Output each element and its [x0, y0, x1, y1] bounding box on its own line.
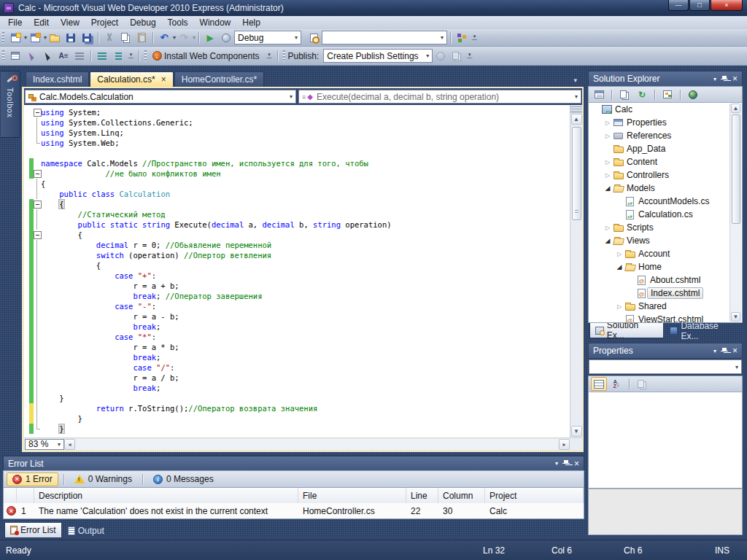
expander-collapsed-icon[interactable]: ▷ — [603, 225, 612, 231]
solution-configurations-combobox[interactable]: Debug ▾ — [234, 31, 301, 44]
menu-item-edit[interactable]: Edit — [28, 17, 55, 28]
column-header-line[interactable]: Line — [406, 488, 438, 503]
horizontal-scrollbar-track[interactable] — [76, 439, 558, 450]
publish-button[interactable] — [433, 49, 449, 63]
window-position-dropdown[interactable]: ▾ — [713, 76, 716, 82]
property-pages-button[interactable] — [634, 377, 650, 392]
members-combobox[interactable]: ≡ ◆ Execute(decimal a, decimal b, string… — [298, 90, 581, 104]
doc-tab-calculation-cs[interactable]: Calculation.cs*× — [90, 71, 173, 87]
column-header-column[interactable]: Column — [438, 488, 485, 503]
tree-item-calc[interactable]: Calc — [589, 103, 742, 116]
code-editor[interactable]: using System;using System.Collections.Ge… — [24, 105, 570, 438]
minimize-button[interactable]: — — [668, 0, 689, 11]
edit-publish-settings-button[interactable] — [449, 49, 465, 63]
publish-profile-combobox[interactable]: Create Publish Settings ▾ — [323, 49, 433, 63]
tree-item-calculation-cs[interactable]: Calculation.cs — [589, 208, 742, 221]
tree-item-properties[interactable]: ▷Properties — [589, 116, 742, 129]
tab-error-list[interactable]: Error List — [4, 523, 62, 538]
properties-title-bar[interactable]: Properties ▾ × — [588, 343, 743, 358]
splitter-handle[interactable] — [570, 105, 582, 113]
toolbar-overflow-button[interactable]: ▾— — [467, 53, 472, 59]
redo-button[interactable]: ↷ — [176, 31, 192, 45]
new-web-site-button[interactable] — [7, 31, 23, 45]
paste-button[interactable] — [133, 31, 150, 45]
tree-item-about-cshtml[interactable]: About.cshtml — [589, 273, 742, 287]
active-files-dropdown[interactable]: ▾ — [573, 77, 577, 84]
select-element-button[interactable] — [39, 49, 55, 63]
toolbar-grip[interactable] — [2, 32, 4, 43]
scrollbar-thumb[interactable] — [572, 127, 581, 220]
tree-item-views[interactable]: ◢Views — [589, 234, 742, 247]
view-designer-button[interactable] — [23, 49, 39, 63]
tree-item-models[interactable]: ◢Models — [589, 182, 742, 195]
alphabetical-button[interactable]: AZ↓ — [608, 377, 624, 392]
uncomment-lines-button[interactable] — [110, 49, 126, 63]
expander-expanded-icon[interactable]: ◢ — [603, 237, 612, 244]
menu-item-help[interactable]: Help — [236, 17, 266, 28]
error-row[interactable]: ×1The name 'Calculation' does not exist … — [3, 503, 584, 519]
window-position-dropdown[interactable]: ▾ — [555, 460, 558, 467]
maximize-button[interactable]: □ — [689, 0, 710, 11]
tree-vertical-scrollbar[interactable]: ▲ ▼ — [729, 104, 741, 322]
toolbar-grip[interactable] — [2, 50, 4, 61]
filter-1-error-button[interactable]: ×1 Error — [7, 472, 58, 486]
toolbar-overflow-button[interactable]: ▾— — [267, 53, 272, 59]
font-style-button[interactable]: A≡ — [55, 49, 71, 63]
expander-expanded-icon[interactable]: ◢ — [603, 184, 612, 192]
attach-to-process-button[interactable] — [218, 31, 234, 45]
chevron-down-icon[interactable]: ▾ — [193, 34, 196, 41]
auto-hide-pin-icon[interactable] — [721, 75, 728, 83]
error-list-title-bar[interactable]: Error List ▾ × — [3, 456, 584, 470]
window-position-dropdown[interactable]: ▾ — [713, 348, 716, 354]
menu-item-file[interactable]: File — [2, 17, 28, 28]
menu-item-window[interactable]: Window — [194, 17, 237, 28]
doc-tab-index-cshtml[interactable]: Index.cshtml — [26, 71, 89, 87]
column-header-description[interactable]: Description — [34, 488, 298, 503]
toolbox-tab[interactable]: Toolbox — [1, 71, 20, 138]
tree-item-home[interactable]: ◢Home — [589, 260, 742, 273]
view-class-diagram-button[interactable] — [659, 88, 676, 102]
tab-output[interactable]: Output — [63, 523, 109, 538]
toolbar-grip[interactable] — [283, 50, 285, 61]
extension-manager-button[interactable] — [454, 31, 470, 45]
tab-close-icon[interactable]: × — [161, 76, 166, 83]
menu-item-debug[interactable]: Debug — [124, 17, 161, 28]
properties-grid[interactable] — [588, 392, 743, 489]
expander-collapsed-icon[interactable]: ▷ — [603, 120, 612, 126]
toolbar-grip[interactable] — [144, 50, 147, 61]
toolbar-overflow-button[interactable]: ▾— — [128, 53, 133, 59]
close-panel-button[interactable]: × — [732, 347, 738, 354]
close-button[interactable]: × — [711, 0, 743, 11]
copy-button[interactable] — [117, 31, 133, 45]
zoom-combobox[interactable]: 83 % ▾ — [25, 439, 64, 450]
expander-expanded-icon[interactable]: ◢ — [615, 263, 624, 271]
types-combobox[interactable]: Calc.Models.Calculation ▾ — [25, 90, 296, 104]
properties-button[interactable] — [591, 88, 607, 102]
categorized-button[interactable] — [591, 377, 607, 391]
tree-item-references[interactable]: ▷References — [589, 129, 742, 142]
filter-0-messages-button[interactable]: i0 Messages — [148, 472, 219, 486]
open-file-button[interactable] — [47, 31, 63, 45]
column-header-file[interactable]: File — [298, 488, 406, 503]
tree-item-shared[interactable]: ▷Shared — [589, 300, 742, 313]
column-header-project[interactable]: Project — [485, 488, 584, 503]
scroll-left-button[interactable]: ◂ — [64, 439, 75, 450]
scroll-down-button[interactable]: ▼ — [731, 312, 740, 322]
menu-item-view[interactable]: View — [55, 17, 85, 28]
install-web-components-button[interactable]: ↓ — [150, 49, 164, 63]
tree-item-accountmodels-cs[interactable]: AccountModels.cs — [589, 195, 742, 208]
tree-item-account[interactable]: ▷Account — [589, 247, 742, 260]
toolbar-overflow-button[interactable]: ▾— — [472, 35, 477, 41]
format-document-button[interactable] — [71, 49, 88, 63]
find-input[interactable]: ▾ — [322, 31, 447, 44]
tree-item-index-cshtml[interactable]: Index.cshtml — [589, 287, 742, 300]
solution-explorer-title-bar[interactable]: Solution Explorer ▾ × — [588, 71, 743, 86]
start-debugging-button[interactable]: ▶ — [202, 31, 218, 45]
comment-lines-button[interactable] — [94, 49, 110, 63]
expander-collapsed-icon[interactable]: ▷ — [603, 133, 612, 139]
scroll-right-button[interactable]: ▸ — [559, 439, 570, 450]
save-all-button[interactable] — [79, 31, 95, 45]
expander-collapsed-icon[interactable]: ▷ — [615, 303, 624, 310]
menu-item-project[interactable]: Project — [85, 17, 124, 28]
filter-0-warnings-button[interactable]: 0 Warnings — [69, 472, 137, 486]
